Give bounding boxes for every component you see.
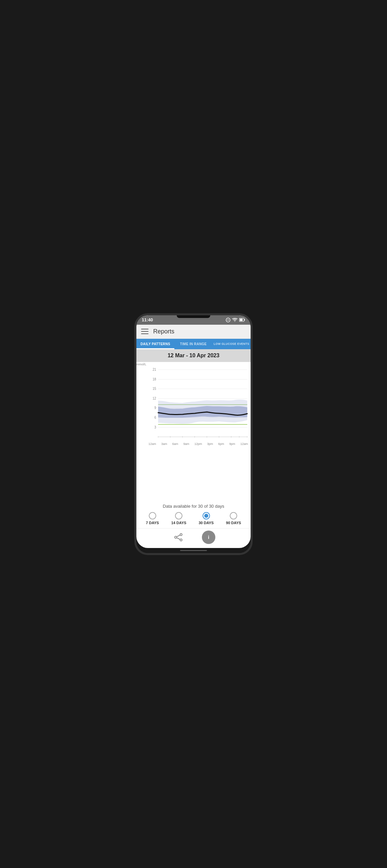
svg-text:12: 12 [152, 396, 156, 400]
screen: 11:40 [137, 315, 250, 548]
svg-line-34 [177, 535, 180, 536]
chart-container: mmol/L 21 18 [137, 362, 250, 501]
hamburger-menu-button[interactable] [141, 329, 148, 334]
tab-bar: DAILY PATTERNS TIME IN RANGE LOW GLUCOSE… [137, 339, 250, 349]
chart-area: 21 18 15 12 9 6 3 [148, 365, 248, 442]
day-option-14[interactable]: 14 DAYS [171, 512, 186, 525]
day-label-7: 7 DAYS [146, 521, 159, 525]
info-icon: i [205, 533, 213, 541]
phone-frame: 11:40 [135, 313, 252, 555]
day-label-90: 90 DAYS [226, 521, 241, 525]
svg-text:15: 15 [152, 386, 156, 390]
day-option-30[interactable]: 30 DAYS [199, 512, 214, 525]
radio-14-days[interactable] [175, 512, 182, 520]
date-range-text: 12 Mar - 10 Apr 2023 [168, 352, 219, 358]
day-selector: 7 DAYS 14 DAYS 30 DAYS 90 DAYS [137, 510, 250, 528]
tab-daily-patterns[interactable]: DAILY PATTERNS [137, 339, 174, 349]
wifi-icon [232, 318, 238, 322]
battery-icon [239, 318, 245, 322]
svg-text:18: 18 [152, 377, 156, 381]
date-range-bar: 12 Mar - 10 Apr 2023 [137, 349, 250, 362]
svg-point-31 [180, 533, 182, 535]
day-label-30: 30 DAYS [199, 521, 214, 525]
radio-30-days[interactable] [203, 512, 210, 520]
svg-text:21: 21 [152, 367, 156, 371]
status-time: 11:40 [142, 317, 153, 322]
radio-90-days[interactable] [230, 512, 237, 520]
day-label-14: 14 DAYS [171, 521, 186, 525]
svg-line-35 [177, 537, 180, 539]
glucose-chart: 21 18 15 12 9 6 3 [148, 365, 248, 442]
phone-notch [177, 315, 210, 318]
do-not-disturb-icon [226, 318, 231, 322]
phone-home-bar [137, 548, 250, 553]
data-availability-text: Data available for 30 of 30 days [137, 501, 250, 510]
y-axis-unit: mmol/L [137, 363, 146, 366]
day-option-90[interactable]: 90 DAYS [226, 512, 241, 525]
tab-low-glucose-events[interactable]: LOW GLUCOSE EVENTS [212, 339, 250, 349]
home-bar [180, 550, 207, 551]
svg-rect-4 [240, 319, 242, 321]
svg-text:3: 3 [154, 425, 156, 429]
day-option-7[interactable]: 7 DAYS [146, 512, 159, 525]
info-button[interactable]: i [202, 530, 215, 544]
radio-7-days[interactable] [149, 512, 156, 520]
svg-rect-3 [244, 319, 245, 321]
bottom-actions: i [137, 528, 250, 548]
svg-text:6: 6 [154, 415, 156, 419]
radio-30-selected-indicator [204, 514, 208, 518]
svg-text:i: i [208, 534, 209, 540]
svg-text:9: 9 [154, 406, 156, 409]
app-header: Reports [137, 325, 250, 339]
share-button[interactable] [172, 530, 185, 544]
svg-point-33 [180, 539, 182, 541]
share-icon [174, 532, 183, 542]
app-title: Reports [153, 328, 174, 335]
tab-time-in-range[interactable]: TIME IN RANGE [174, 339, 212, 349]
svg-point-32 [175, 536, 177, 538]
status-icons [226, 318, 245, 322]
